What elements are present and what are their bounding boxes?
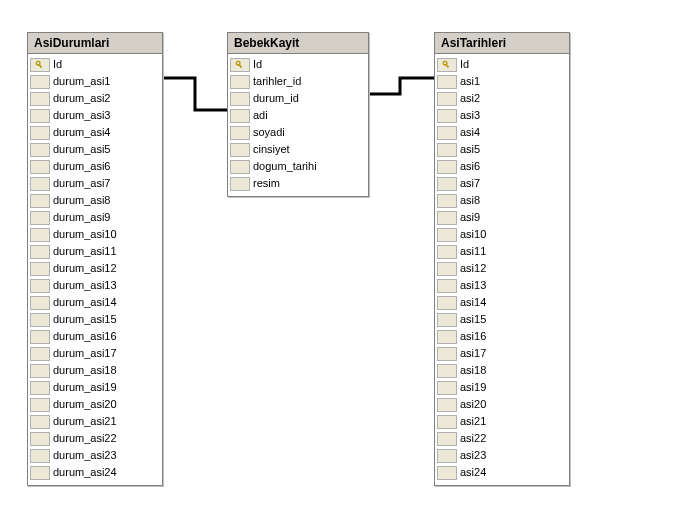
field-row[interactable]: durum_asi21 <box>30 413 160 430</box>
field-row[interactable]: cinsiyet <box>230 141 366 158</box>
key-indicator-cell <box>437 92 457 106</box>
field-row[interactable]: durum_asi16 <box>30 328 160 345</box>
field-row[interactable]: durum_asi20 <box>30 396 160 413</box>
field-row[interactable]: durum_asi10 <box>30 226 160 243</box>
table-bebekkayit[interactable]: BebekKayit Idtarihler_iddurum_idadisoyad… <box>227 32 369 197</box>
key-indicator-cell <box>437 75 457 89</box>
key-indicator-cell <box>437 228 457 242</box>
key-indicator-cell <box>437 194 457 208</box>
field-row[interactable]: asi14 <box>437 294 567 311</box>
field-name-label: durum_asi14 <box>53 294 117 311</box>
field-name-label: asi7 <box>460 175 480 192</box>
field-row[interactable]: dogum_tarihi <box>230 158 366 175</box>
key-indicator-cell <box>437 432 457 446</box>
key-indicator-cell <box>230 58 250 72</box>
field-row[interactable]: asi4 <box>437 124 567 141</box>
field-row[interactable]: asi19 <box>437 379 567 396</box>
field-row[interactable]: asi16 <box>437 328 567 345</box>
table-header[interactable]: AsiTarihleri <box>435 33 569 54</box>
field-name-label: asi17 <box>460 345 486 362</box>
field-row[interactable]: asi15 <box>437 311 567 328</box>
field-row[interactable]: durum_asi23 <box>30 447 160 464</box>
key-indicator-cell <box>230 126 250 140</box>
key-indicator-cell <box>230 177 250 191</box>
field-row[interactable]: durum_asi17 <box>30 345 160 362</box>
field-row[interactable]: durum_asi19 <box>30 379 160 396</box>
key-indicator-cell <box>437 262 457 276</box>
field-row[interactable]: asi1 <box>437 73 567 90</box>
field-name-label: Id <box>460 56 469 73</box>
key-indicator-cell <box>437 466 457 480</box>
field-row[interactable]: asi10 <box>437 226 567 243</box>
key-indicator-cell <box>30 228 50 242</box>
field-name-label: durum_asi22 <box>53 430 117 447</box>
field-row[interactable]: durum_asi3 <box>30 107 160 124</box>
field-row[interactable]: durum_asi18 <box>30 362 160 379</box>
field-row[interactable]: asi13 <box>437 277 567 294</box>
key-indicator-cell <box>30 143 50 157</box>
field-row[interactable]: durum_asi22 <box>30 430 160 447</box>
field-name-label: asi5 <box>460 141 480 158</box>
field-row[interactable]: durum_asi4 <box>30 124 160 141</box>
field-row[interactable]: durum_asi15 <box>30 311 160 328</box>
field-row[interactable]: durum_asi11 <box>30 243 160 260</box>
table-asitarihleri[interactable]: AsiTarihleri Idasi1asi2asi3asi4asi5asi6a… <box>434 32 570 486</box>
key-indicator-cell <box>230 143 250 157</box>
field-row[interactable]: Id <box>30 56 160 73</box>
field-row[interactable]: durum_asi13 <box>30 277 160 294</box>
field-name-label: asi18 <box>460 362 486 379</box>
field-row[interactable]: resim <box>230 175 366 192</box>
field-row[interactable]: asi17 <box>437 345 567 362</box>
field-row[interactable]: durum_asi14 <box>30 294 160 311</box>
key-indicator-cell <box>437 415 457 429</box>
field-row[interactable]: asi2 <box>437 90 567 107</box>
field-row[interactable]: asi20 <box>437 396 567 413</box>
field-row[interactable]: asi18 <box>437 362 567 379</box>
field-list: Idtarihler_iddurum_idadisoyadicinsiyetdo… <box>228 54 368 196</box>
field-row[interactable]: asi9 <box>437 209 567 226</box>
field-row[interactable]: asi23 <box>437 447 567 464</box>
key-indicator-cell <box>30 381 50 395</box>
field-row[interactable]: asi5 <box>437 141 567 158</box>
field-name-label: durum_asi19 <box>53 379 117 396</box>
field-row[interactable]: asi8 <box>437 192 567 209</box>
field-row[interactable]: asi11 <box>437 243 567 260</box>
table-asidurumlari[interactable]: AsiDurumlari Iddurum_asi1durum_asi2durum… <box>27 32 163 486</box>
field-row[interactable]: adi <box>230 107 366 124</box>
field-row[interactable]: tarihler_id <box>230 73 366 90</box>
field-row[interactable]: Id <box>437 56 567 73</box>
table-header[interactable]: BebekKayit <box>228 33 368 54</box>
field-name-label: asi4 <box>460 124 480 141</box>
field-row[interactable]: durum_id <box>230 90 366 107</box>
field-row[interactable]: asi22 <box>437 430 567 447</box>
field-name-label: asi19 <box>460 379 486 396</box>
field-row[interactable]: asi3 <box>437 107 567 124</box>
key-indicator-cell <box>437 58 457 72</box>
key-indicator-cell <box>30 160 50 174</box>
key-indicator-cell <box>30 364 50 378</box>
field-row[interactable]: asi12 <box>437 260 567 277</box>
field-row[interactable]: durum_asi8 <box>30 192 160 209</box>
field-row[interactable]: durum_asi5 <box>30 141 160 158</box>
field-name-label: durum_asi15 <box>53 311 117 328</box>
field-row[interactable]: soyadi <box>230 124 366 141</box>
field-row[interactable]: durum_asi2 <box>30 90 160 107</box>
field-row[interactable]: durum_asi6 <box>30 158 160 175</box>
field-row[interactable]: durum_asi9 <box>30 209 160 226</box>
field-name-label: asi13 <box>460 277 486 294</box>
field-row[interactable]: Id <box>230 56 366 73</box>
field-row[interactable]: asi21 <box>437 413 567 430</box>
field-row[interactable]: asi24 <box>437 464 567 481</box>
field-row[interactable]: durum_asi1 <box>30 73 160 90</box>
field-name-label: durum_asi18 <box>53 362 117 379</box>
table-header[interactable]: AsiDurumlari <box>28 33 162 54</box>
field-row[interactable]: asi6 <box>437 158 567 175</box>
field-row[interactable]: asi7 <box>437 175 567 192</box>
key-indicator-cell <box>437 398 457 412</box>
field-name-label: durum_asi2 <box>53 90 110 107</box>
field-name-label: durum_asi7 <box>53 175 110 192</box>
field-row[interactable]: durum_asi12 <box>30 260 160 277</box>
field-row[interactable]: durum_asi24 <box>30 464 160 481</box>
field-row[interactable]: durum_asi7 <box>30 175 160 192</box>
key-indicator-cell <box>30 347 50 361</box>
